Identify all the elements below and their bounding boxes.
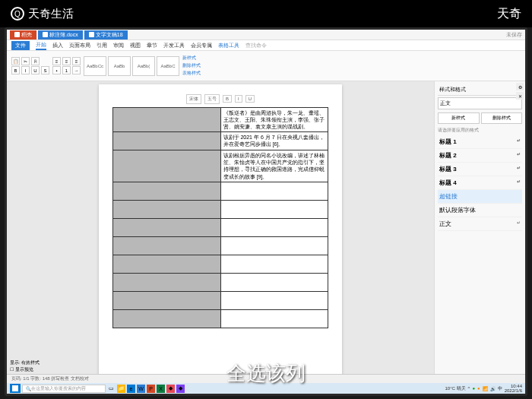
monitor-frame: 稻壳 标注簿.docx 文字文稿18 未保存 文件 开始 插入 页面布局 引用 …: [5, 27, 527, 396]
cell-selected[interactable]: [113, 108, 221, 132]
windows-icon: [12, 385, 18, 391]
bold-button[interactable]: B: [11, 66, 20, 74]
new-style-link[interactable]: 新样式: [182, 55, 201, 62]
excel-icon[interactable]: X: [157, 385, 165, 393]
unsaved-badge: 未保存: [506, 31, 522, 39]
table-style-link[interactable]: 表格样式: [182, 70, 201, 77]
underline-button[interactable]: U: [31, 66, 40, 74]
numlist-button[interactable]: 1: [62, 66, 71, 74]
taskbar-search[interactable]: 🔍 在这里输入你要搜索的内容: [22, 385, 106, 393]
strike-button[interactable]: S: [41, 66, 49, 74]
brand-right: 天奇: [497, 6, 521, 22]
word-icon[interactable]: W: [137, 385, 145, 393]
menu-chapter[interactable]: 章节: [147, 42, 157, 49]
paste-button[interactable]: 📋: [11, 57, 20, 65]
size-select[interactable]: 五号: [204, 94, 220, 104]
tray-icon[interactable]: ●: [472, 386, 475, 391]
panel-tool-icon[interactable]: ⚙: [516, 83, 524, 90]
mini-toolbar: 宋体 五号 B I U: [112, 93, 328, 104]
style-item-body[interactable]: 正文↵: [438, 217, 522, 231]
table-row: [113, 309, 328, 328]
menu-dev[interactable]: 开发工具: [163, 42, 185, 49]
menu-file[interactable]: 文件: [11, 41, 30, 50]
menu-ref[interactable]: 引用: [97, 42, 107, 49]
style-h3[interactable]: AaBbC: [157, 56, 179, 76]
delete-style-button[interactable]: 删除样式: [481, 112, 523, 124]
menu-member[interactable]: 会员专属: [191, 42, 212, 49]
indent-button[interactable]: →: [72, 66, 81, 74]
mini-underline[interactable]: U: [245, 95, 255, 103]
wifi-icon[interactable]: 📶: [483, 386, 488, 391]
style-item-h4[interactable]: 标题 4↵: [438, 176, 522, 190]
brand-logo: Q 天奇生活: [11, 7, 74, 21]
menu-review[interactable]: 审阅: [113, 42, 124, 49]
table-row: 该剧于 2021 年 6 月 7 日在央视八套播出，并在爱奇艺同步播出 [6]。: [113, 132, 328, 150]
align-center-button[interactable]: ≡: [62, 57, 71, 65]
panel-title: 样式和格式: [438, 84, 522, 96]
list-button[interactable]: •: [52, 66, 61, 74]
document-table[interactable]: 《叛逆者》是由周游执导，朱一龙、童瑶、王志文、王阳、朱珠领衔主演，李强、张子贤、…: [112, 107, 328, 328]
document-page: 宋体 五号 B I U 《叛逆者》是由周游执导，朱一龙、童瑶、王志文、王阳、朱珠…: [99, 84, 342, 383]
titlebar: 稻壳 标注簿.docx 文字文稿18 未保存: [7, 30, 525, 40]
table-row: [113, 255, 328, 273]
explorer-icon[interactable]: 📁: [117, 385, 125, 393]
style-item-h2[interactable]: 标题 2↵: [438, 149, 522, 163]
style-item-h3[interactable]: 标题 3↵: [438, 163, 522, 176]
ime-icon[interactable]: 中: [498, 385, 502, 392]
tray-icon[interactable]: ●: [477, 386, 480, 391]
style-item-h1[interactable]: 标题 1↵: [438, 135, 522, 149]
editor-canvas[interactable]: 宋体 五号 B I U 《叛逆者》是由周游执导，朱一龙、童瑶、王志文、王阳、朱珠…: [7, 81, 434, 383]
volume-icon[interactable]: 🔊: [490, 386, 496, 391]
brand-text: 天奇生活: [28, 7, 74, 21]
panel-close-icon[interactable]: ✕: [516, 92, 524, 100]
app-icon-2[interactable]: ◆: [176, 385, 185, 393]
task-view-icon[interactable]: ▭: [107, 385, 116, 393]
cut-button[interactable]: ✂: [21, 57, 30, 65]
ppt-icon[interactable]: P: [147, 385, 155, 393]
system-tray: 10°C 晴天 ^ ● ● 📶 🔊 中 10:44 2022/1/6: [445, 384, 522, 393]
mini-italic[interactable]: I: [235, 95, 242, 103]
table-row: [113, 273, 328, 291]
mini-bold[interactable]: B: [223, 95, 232, 103]
menu-layout[interactable]: 页面布局: [69, 42, 90, 49]
tab-doc2[interactable]: 文字文稿18: [84, 30, 128, 40]
cell-content[interactable]: 《叛逆者》是由周游执导，朱一龙、童瑶、王志文、王阳、朱珠领衔主演，李强、张子贤、…: [220, 108, 328, 132]
table-row: [113, 182, 328, 200]
del-style-link[interactable]: 删除样式: [182, 62, 201, 69]
menu-insert[interactable]: 插入: [52, 42, 63, 49]
copy-button[interactable]: ⎘: [31, 57, 40, 65]
style-normal[interactable]: AaBbCc: [84, 56, 106, 76]
page-info: 页码: 1/1 字数: 148 拼写检查 文档校对: [11, 375, 89, 382]
table-row: [113, 236, 328, 255]
start-button[interactable]: [10, 384, 21, 393]
table-row: 该剧根据畀愚的同名小说改编，讲述了林楠笙、朱怡贞等人在中国共产党的指引下，坚持理…: [113, 150, 328, 182]
menu-view[interactable]: 视图: [130, 42, 141, 49]
styles-panel: ⚙ ✕ 样式和格式 正文 新样式 删除样式 请选择要应用的格式 标题 1↵ 标题…: [434, 81, 525, 383]
new-style-button[interactable]: 新样式: [438, 112, 480, 124]
weather-widget[interactable]: 10°C 晴天: [445, 385, 465, 392]
current-style-dropdown[interactable]: 正文: [438, 97, 522, 109]
tab-home[interactable]: 稻壳: [10, 30, 36, 40]
doc-icon: [43, 32, 48, 37]
app-icon-1[interactable]: ◆: [166, 385, 175, 393]
style-h2[interactable]: AaBb(: [132, 56, 155, 76]
menu-search[interactable]: 查找命令: [245, 42, 267, 49]
edge-icon[interactable]: e: [127, 385, 135, 393]
doc-icon: [89, 32, 94, 37]
menu-start[interactable]: 开始: [36, 41, 46, 50]
style-h1[interactable]: AaBb: [108, 56, 131, 76]
style-item-link[interactable]: 超链接: [438, 190, 522, 204]
align-right-button[interactable]: ≡: [72, 57, 81, 65]
clock-date[interactable]: 2022/1/6: [505, 388, 522, 393]
tab-doc1[interactable]: 标注簿.docx: [38, 30, 83, 40]
align-left-button[interactable]: ≡: [52, 57, 61, 65]
ribbon: 📋 ✂ ⎘ B I U S ≡ ≡ ≡ • 1 → Aa: [7, 51, 525, 81]
style-item-default[interactable]: 默认段落字体: [438, 204, 522, 217]
style-list: 标题 1↵ 标题 2↵ 标题 3↵ 标题 4↵ 超链接 默认段落字体 正文↵: [438, 135, 522, 231]
font-select[interactable]: 宋体: [186, 94, 201, 104]
app-icon: [14, 32, 20, 37]
menu-table-tools[interactable]: 表格工具: [218, 42, 239, 49]
tray-up-icon[interactable]: ^: [468, 386, 470, 391]
italic-button[interactable]: I: [21, 66, 30, 74]
brand-icon: Q: [11, 7, 24, 21]
